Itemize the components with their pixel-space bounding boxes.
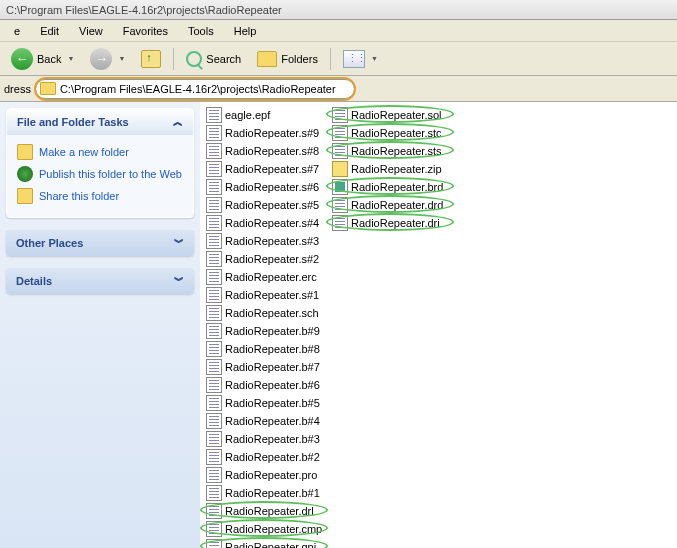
- file-name: RadioRepeater.stc: [351, 127, 442, 139]
- file-item[interactable]: RadioRepeater.b#7: [204, 358, 324, 376]
- menu-file[interactable]: e: [4, 23, 30, 39]
- file-item[interactable]: RadioRepeater.pro: [204, 466, 324, 484]
- file-item[interactable]: RadioRepeater.s#6: [204, 178, 324, 196]
- file-icon: [206, 359, 222, 375]
- file-item[interactable]: RadioRepeater.drd: [330, 196, 450, 214]
- file-icon: [206, 323, 222, 339]
- separator: [330, 48, 331, 70]
- file-name: RadioRepeater.sol: [351, 109, 442, 121]
- file-item[interactable]: RadioRepeater.sch: [204, 304, 324, 322]
- search-button[interactable]: Search: [179, 47, 248, 71]
- file-icon: [332, 161, 348, 177]
- task-new-folder[interactable]: Make a new folder: [17, 141, 183, 163]
- file-item[interactable]: RadioRepeater.sol: [330, 106, 450, 124]
- file-name: RadioRepeater.pro: [225, 469, 317, 481]
- task-label: Publish this folder to the Web: [39, 168, 182, 180]
- file-icon: [206, 287, 222, 303]
- file-item[interactable]: RadioRepeater.cmp: [204, 520, 324, 538]
- menu-tools[interactable]: Tools: [178, 23, 224, 39]
- file-item[interactable]: RadioRepeater.b#9: [204, 322, 324, 340]
- task-share-folder[interactable]: Share this folder: [17, 185, 183, 207]
- forward-button[interactable]: → ▼: [83, 44, 132, 74]
- file-item[interactable]: RadioRepeater.s#5: [204, 196, 324, 214]
- details-panel[interactable]: Details ︾: [6, 268, 194, 294]
- back-button[interactable]: ← Back ▼: [4, 44, 81, 74]
- collapse-icon: ︽: [173, 115, 183, 129]
- file-name: RadioRepeater.s#4: [225, 217, 319, 229]
- file-icon: [332, 215, 348, 231]
- file-item[interactable]: RadioRepeater.erc: [204, 268, 324, 286]
- file-name: RadioRepeater.b#9: [225, 325, 320, 337]
- main-area: File and Folder Tasks ︽ Make a new folde…: [0, 102, 677, 548]
- file-item[interactable]: RadioRepeater.s#8: [204, 142, 324, 160]
- file-item[interactable]: RadioRepeater.s#9: [204, 124, 324, 142]
- file-item[interactable]: RadioRepeater.stc: [330, 124, 450, 142]
- file-item[interactable]: RadioRepeater.s#2: [204, 250, 324, 268]
- file-item[interactable]: RadioRepeater.b#4: [204, 412, 324, 430]
- file-tasks-title: File and Folder Tasks: [17, 116, 129, 128]
- file-item[interactable]: RadioRepeater.brd: [330, 178, 450, 196]
- folder-icon: [257, 51, 277, 67]
- menubar: e Edit View Favorites Tools Help: [0, 20, 677, 42]
- file-item[interactable]: RadioRepeater.b#6: [204, 376, 324, 394]
- file-item[interactable]: RadioRepeater.b#1: [204, 484, 324, 502]
- file-name: RadioRepeater.b#7: [225, 361, 320, 373]
- other-places-panel[interactable]: Other Places ︾: [6, 230, 194, 256]
- file-icon: [332, 179, 348, 195]
- file-item[interactable]: RadioRepeater.gpi: [204, 538, 324, 548]
- file-icon: [206, 485, 222, 501]
- file-icon: [206, 143, 222, 159]
- file-item[interactable]: RadioRepeater.zip: [330, 160, 450, 178]
- file-item[interactable]: RadioRepeater.b#3: [204, 430, 324, 448]
- file-item[interactable]: RadioRepeater.s#4: [204, 214, 324, 232]
- file-name: RadioRepeater.b#5: [225, 397, 320, 409]
- views-button[interactable]: ▼: [336, 46, 385, 72]
- address-input[interactable]: C:\Program Files\EAGLE-4.16r2\projects\R…: [35, 79, 355, 99]
- file-icon: [332, 107, 348, 123]
- file-tasks-panel: File and Folder Tasks ︽ Make a new folde…: [6, 108, 194, 218]
- details-title: Details: [16, 275, 52, 287]
- file-item[interactable]: RadioRepeater.s#3: [204, 232, 324, 250]
- file-item[interactable]: RadioRepeater.drl: [204, 502, 324, 520]
- chevron-down-icon: ▼: [371, 55, 378, 62]
- file-name: RadioRepeater.b#2: [225, 451, 320, 463]
- file-icon: [206, 431, 222, 447]
- toolbar: ← Back ▼ → ▼ Search Folders ▼: [0, 42, 677, 76]
- file-name: RadioRepeater.b#8: [225, 343, 320, 355]
- chevron-down-icon: ▼: [118, 55, 125, 62]
- menu-view[interactable]: View: [69, 23, 113, 39]
- search-icon: [186, 51, 202, 67]
- file-icon: [206, 107, 222, 123]
- file-item[interactable]: RadioRepeater.b#8: [204, 340, 324, 358]
- file-icon: [206, 539, 222, 548]
- up-button[interactable]: [134, 46, 168, 72]
- file-name: RadioRepeater.s#8: [225, 145, 319, 157]
- file-tasks-body: Make a new folder Publish this folder to…: [7, 135, 193, 217]
- folders-button[interactable]: Folders: [250, 47, 325, 71]
- file-item[interactable]: RadioRepeater.dri: [330, 214, 450, 232]
- file-item[interactable]: RadioRepeater.sts: [330, 142, 450, 160]
- task-publish-web[interactable]: Publish this folder to the Web: [17, 163, 183, 185]
- file-item[interactable]: RadioRepeater.s#7: [204, 160, 324, 178]
- menu-help[interactable]: Help: [224, 23, 267, 39]
- file-item[interactable]: eagle.epf: [204, 106, 324, 124]
- file-item[interactable]: RadioRepeater.b#5: [204, 394, 324, 412]
- file-item[interactable]: RadioRepeater.s#1: [204, 286, 324, 304]
- file-name: eagle.epf: [225, 109, 270, 121]
- file-list[interactable]: eagle.epfRadioRepeater.s#9RadioRepeater.…: [200, 102, 677, 548]
- file-icon: [206, 521, 222, 537]
- file-icon: [206, 305, 222, 321]
- file-name: RadioRepeater.s#9: [225, 127, 319, 139]
- menu-edit[interactable]: Edit: [30, 23, 69, 39]
- menu-favorites[interactable]: Favorites: [113, 23, 178, 39]
- search-label: Search: [206, 53, 241, 65]
- file-item[interactable]: RadioRepeater.b#2: [204, 448, 324, 466]
- title-text: C:\Program Files\EAGLE-4.16r2\projects\R…: [6, 4, 282, 16]
- file-name: RadioRepeater.s#2: [225, 253, 319, 265]
- file-name: RadioRepeater.s#1: [225, 289, 319, 301]
- new-folder-icon: [17, 144, 33, 160]
- file-tasks-header[interactable]: File and Folder Tasks ︽: [7, 109, 193, 135]
- chevron-down-icon: ▼: [67, 55, 74, 62]
- file-icon: [206, 251, 222, 267]
- file-icon: [206, 233, 222, 249]
